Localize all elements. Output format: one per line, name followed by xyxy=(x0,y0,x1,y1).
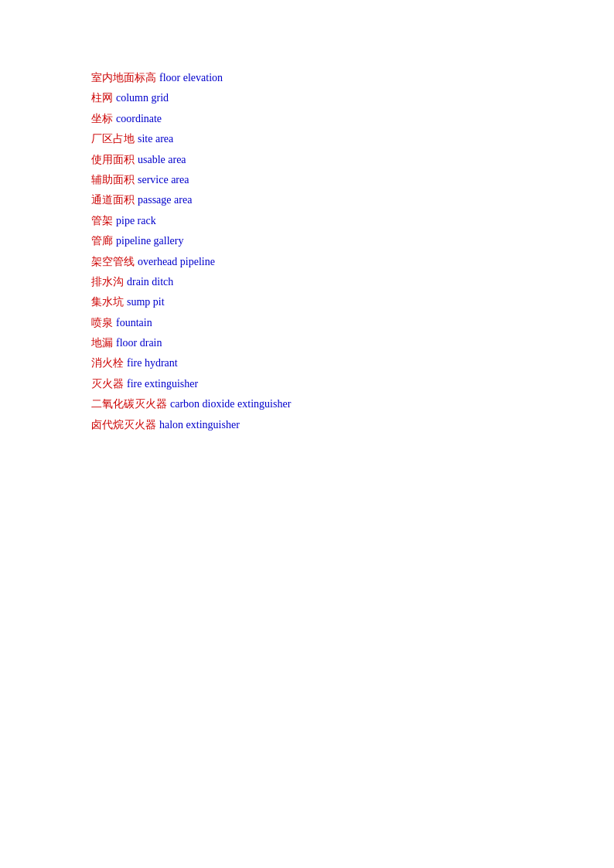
chinese-term: 室内地面标高 xyxy=(91,70,156,87)
english-term: fire extinguisher xyxy=(127,376,198,393)
term-line: 排水沟 drain ditch xyxy=(91,274,614,291)
chinese-term: 二氧化碳灭火器 xyxy=(91,396,167,413)
english-term: fountain xyxy=(116,315,152,332)
term-line: 灭火器 fire extinguisher xyxy=(91,376,614,393)
chinese-term: 管廊 xyxy=(91,233,113,250)
term-line: 辅助面积 service area xyxy=(91,172,614,189)
chinese-term: 喷泉 xyxy=(91,315,113,332)
term-line: 消火栓 fire hydrant xyxy=(91,355,614,372)
english-term: passage area xyxy=(138,192,192,209)
english-term: overhead pipeline xyxy=(138,254,215,271)
english-term: floor drain xyxy=(116,335,162,352)
term-line: 使用面积 usable area xyxy=(91,151,614,168)
chinese-term: 辅助面积 xyxy=(91,172,135,189)
term-line: 架空管线 overhead pipeline xyxy=(91,254,614,271)
english-term: column grid xyxy=(116,90,169,107)
term-line: 坐标 coordinate xyxy=(91,111,614,128)
term-line: 喷泉 fountain xyxy=(91,315,614,332)
english-term: site area xyxy=(138,131,173,148)
english-term: pipe rack xyxy=(116,213,156,230)
chinese-term: 消火栓 xyxy=(91,355,124,372)
term-line: 二氧化碳灭火器 carbon dioxide extinguisher xyxy=(91,396,614,413)
term-line: 地漏 floor drain xyxy=(91,335,614,352)
chinese-term: 灭火器 xyxy=(91,376,124,393)
chinese-term: 使用面积 xyxy=(91,151,135,168)
term-line: 柱网 column grid xyxy=(91,90,614,107)
english-term: carbon dioxide extinguisher xyxy=(170,396,291,413)
english-term: usable area xyxy=(138,151,186,168)
term-line: 管架 pipe rack xyxy=(91,213,614,230)
chinese-term: 架空管线 xyxy=(91,254,135,271)
term-line: 室内地面标高 floor elevation xyxy=(91,70,614,87)
chinese-term: 厂区占地 xyxy=(91,131,135,148)
chinese-term: 通道面积 xyxy=(91,192,135,209)
english-term: halon extinguisher xyxy=(159,417,240,434)
term-line: 通道面积 passage area xyxy=(91,192,614,209)
english-term: fire hydrant xyxy=(127,355,178,372)
english-term: floor elevation xyxy=(159,70,223,87)
english-term: coordinate xyxy=(116,111,162,128)
term-line: 卤代烷灭火器 halon extinguisher xyxy=(91,417,614,434)
chinese-term: 管架 xyxy=(91,213,113,230)
chinese-term: 坐标 xyxy=(91,111,113,128)
term-line: 集水坑 sump pit xyxy=(91,294,614,311)
english-term: drain ditch xyxy=(127,274,173,291)
chinese-term: 集水坑 xyxy=(91,294,124,311)
chinese-term: 排水沟 xyxy=(91,274,124,291)
english-term: pipeline gallery xyxy=(116,233,183,250)
chinese-term: 地漏 xyxy=(91,335,113,352)
chinese-term: 卤代烷灭火器 xyxy=(91,417,156,434)
term-line: 厂区占地 site area xyxy=(91,131,614,148)
main-content: 室内地面标高 floor elevation柱网 column grid坐标 c… xyxy=(0,0,614,434)
chinese-term: 柱网 xyxy=(91,90,113,107)
english-term: service area xyxy=(138,172,189,189)
english-term: sump pit xyxy=(127,294,165,311)
term-line: 管廊 pipeline gallery xyxy=(91,233,614,250)
